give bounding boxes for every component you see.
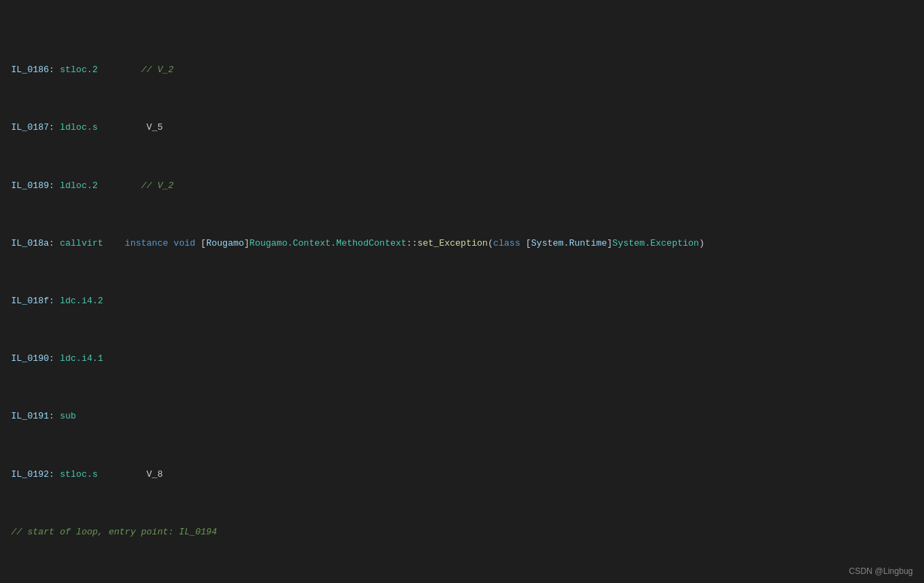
line-il-0187: IL_0187: ldloc.s V_5 bbox=[11, 121, 913, 135]
line-il-0189: IL_0189: ldloc.2 // V_2 bbox=[11, 179, 913, 194]
code-container: IL_0186: stloc.2 // V_2 IL_0187: ldloc.s… bbox=[0, 0, 924, 583]
watermark: CSDN @Lingbug bbox=[849, 566, 913, 576]
comment-loop-start: // start of loop, entry point: IL_0194 bbox=[11, 525, 913, 540]
line-il-0190: IL_0190: ldc.i4.1 bbox=[11, 352, 913, 366]
line-il-0186: IL_0186: stloc.2 // V_2 bbox=[11, 63, 913, 78]
line-il-0191: IL_0191: sub bbox=[11, 409, 913, 424]
comment-0186: // V_2 bbox=[141, 63, 174, 78]
opcode-0186: stloc.2 bbox=[60, 63, 98, 78]
line-il-0192: IL_0192: stloc.s V_8 bbox=[11, 468, 913, 482]
line-il-018a: IL_018a: callvirt instance void [Rougamo… bbox=[11, 237, 913, 251]
label-0186: IL_0186: bbox=[11, 63, 60, 78]
line-il-018f: IL_018f: ldc.i4.2 bbox=[11, 294, 913, 309]
